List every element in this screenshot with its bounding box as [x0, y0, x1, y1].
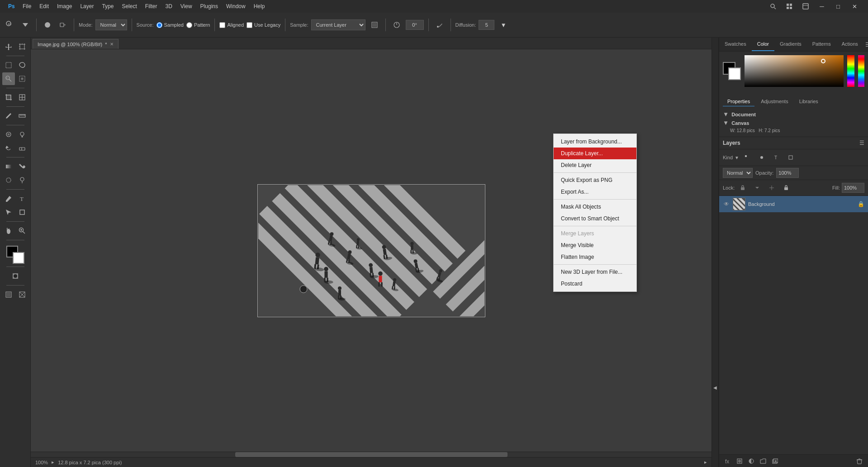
ctx-postcard[interactable]: Postcard	[554, 278, 636, 290]
brush-tool-indicator[interactable]: 40	[4, 19, 16, 31]
tab-swatches[interactable]: Swatches	[719, 38, 752, 51]
paint-bucket-tool[interactable]	[16, 160, 28, 173]
canvas-toggle[interactable]: ▼	[723, 119, 729, 126]
ctx-quick-export[interactable]: Quick Export as PNG	[554, 174, 636, 186]
prop-tab-properties[interactable]: Properties	[723, 97, 754, 106]
layer-fx-btn[interactable]: fx	[723, 456, 733, 466]
tab-close-btn[interactable]: ✕	[110, 42, 114, 47]
filter-pixel-btn[interactable]	[741, 151, 754, 164]
hand-tool[interactable]	[2, 224, 15, 237]
document-tab[interactable]: Image.jpg @ 100% (RGB/8#) * ✕	[33, 39, 119, 49]
background-color[interactable]	[13, 252, 24, 264]
eyedrop-btn[interactable]	[433, 19, 446, 31]
workspace-btn[interactable]	[783, 0, 796, 13]
quick-select-tool[interactable]: +	[2, 72, 15, 85]
screen-mode-btn[interactable]	[2, 288, 15, 301]
color-background[interactable]	[728, 67, 741, 80]
pattern-radio[interactable]: Pattern	[186, 22, 210, 28]
diffusion-arrow[interactable]: ▼	[497, 19, 510, 31]
menu-file[interactable]: File	[19, 1, 35, 11]
history-brush-tool[interactable]	[2, 142, 15, 154]
menu-help[interactable]: Help	[250, 1, 269, 11]
sample-select[interactable]: Current Layer	[311, 19, 365, 30]
pen-tool[interactable]	[2, 192, 15, 205]
add-mask-btn[interactable]	[735, 456, 745, 466]
ctx-convert-smart-object[interactable]: Convert to Smart Object	[554, 213, 636, 224]
menu-3d[interactable]: 3D	[161, 1, 175, 11]
artboard-tool[interactable]	[16, 40, 28, 53]
menu-layer[interactable]: Layer	[76, 1, 97, 11]
layer-item-background[interactable]: 👁 Background 🔒	[719, 196, 868, 212]
panel-menu-btn[interactable]: ☰	[863, 38, 868, 51]
new-group-btn[interactable]	[758, 456, 768, 466]
quick-mask-btn[interactable]	[9, 270, 22, 282]
maximize-btn[interactable]: □	[832, 0, 844, 13]
ruler-tool[interactable]	[16, 110, 28, 122]
menu-image[interactable]: Image	[53, 1, 76, 11]
search-btn[interactable]	[767, 0, 779, 13]
marquee-tool[interactable]	[2, 59, 15, 71]
menu-select[interactable]: Select	[118, 1, 140, 11]
app-settings-btn[interactable]	[799, 0, 812, 13]
menu-filter[interactable]: Filter	[142, 1, 161, 11]
tab-gradients[interactable]: Gradients	[774, 38, 807, 51]
close-btn[interactable]: ✕	[848, 0, 861, 13]
menu-plugins[interactable]: Plugins	[197, 1, 222, 11]
ctx-layer-from-bg[interactable]: Layer from Background...	[554, 136, 636, 148]
use-legacy-check[interactable]: Use Legacy	[247, 22, 280, 28]
lock-transparency-btn[interactable]	[736, 181, 749, 194]
lock-all-btn[interactable]	[780, 181, 792, 194]
ctx-flatten-image[interactable]: Flatten Image	[554, 251, 636, 263]
tab-actions[interactable]: Actions	[836, 38, 863, 51]
lock-image-btn[interactable]	[751, 181, 764, 194]
crop-tool[interactable]	[2, 91, 15, 104]
new-layer-btn[interactable]	[770, 456, 780, 466]
object-select-tool[interactable]	[16, 72, 28, 85]
ctx-export-as[interactable]: Export As...	[554, 186, 636, 198]
color-spectrum-bar[interactable]	[858, 55, 864, 87]
slice-tool[interactable]	[16, 91, 28, 104]
ctx-duplicate-layer[interactable]: Duplicate Layer...	[554, 148, 636, 159]
aligned-check[interactable]: Aligned	[219, 22, 244, 28]
ps-logo[interactable]: Ps	[4, 0, 18, 13]
menu-edit[interactable]: Edit	[36, 1, 52, 11]
brush-preset-btn[interactable]	[19, 19, 32, 31]
ctx-merge-visible[interactable]: Merge Visible	[554, 239, 636, 251]
color-gradient-picker[interactable]	[745, 55, 844, 87]
blur-tool[interactable]	[2, 174, 15, 186]
layers-menu-btn[interactable]: ☰	[859, 140, 864, 146]
frame-tool[interactable]	[16, 288, 28, 301]
doc-section-toggle[interactable]: ▼	[723, 111, 729, 118]
zoom-tool[interactable]	[16, 224, 28, 237]
status-arrow-right[interactable]: ▸	[704, 459, 707, 465]
prop-tab-libraries[interactable]: Libraries	[795, 97, 823, 106]
status-arrow[interactable]: ▸	[52, 459, 54, 465]
lasso-tool[interactable]	[16, 59, 28, 71]
lock-position-btn[interactable]	[765, 181, 778, 194]
angle-btn[interactable]	[390, 19, 403, 31]
collapse-panel-btn[interactable]: ◀	[713, 385, 717, 390]
new-adjustment-btn[interactable]	[746, 456, 756, 466]
opacity-input[interactable]	[776, 168, 799, 178]
filter-shape-btn[interactable]	[784, 151, 797, 164]
document-canvas[interactable]	[258, 185, 484, 316]
diffusion-input[interactable]	[479, 20, 494, 30]
filter-type-btn[interactable]: T	[770, 151, 783, 164]
sample-all-btn[interactable]	[368, 19, 381, 31]
minimize-btn[interactable]: ─	[816, 0, 828, 13]
ctx-new-3d-layer[interactable]: New 3D Layer from File...	[554, 266, 636, 278]
ctx-delete-layer[interactable]: Delete Layer	[554, 159, 636, 171]
prop-tab-adjustments[interactable]: Adjustments	[756, 97, 793, 106]
heal-tool[interactable]	[2, 128, 15, 141]
airbrush-btn[interactable]	[57, 19, 69, 31]
gradient-tool[interactable]	[2, 160, 15, 173]
move-tool[interactable]	[2, 40, 15, 53]
layer-visibility-btn[interactable]: 👁	[723, 201, 730, 207]
mode-select[interactable]: Normal	[95, 19, 127, 30]
color-hue-slider[interactable]	[847, 55, 854, 87]
delete-layer-btn[interactable]	[854, 456, 864, 466]
eyedropper-tool[interactable]	[2, 110, 15, 122]
kind-dropdown[interactable]: ▼	[735, 155, 739, 160]
layer-mode-select[interactable]: Normal	[723, 168, 753, 178]
menu-window[interactable]: Window	[223, 1, 249, 11]
